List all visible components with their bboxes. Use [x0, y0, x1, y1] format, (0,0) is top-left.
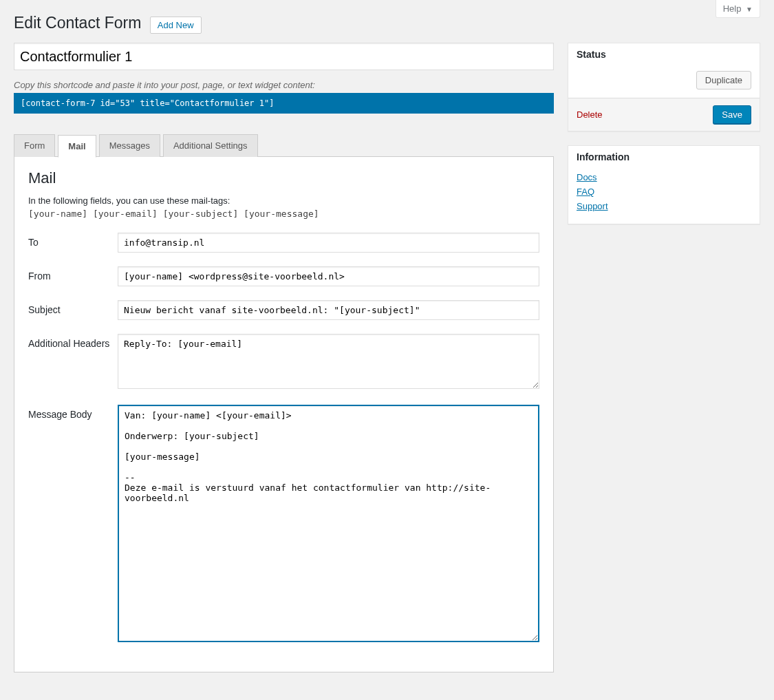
label-to: To: [28, 226, 118, 259]
duplicate-button[interactable]: Duplicate: [696, 71, 751, 89]
tab-form[interactable]: Form: [14, 134, 55, 157]
help-tab[interactable]: Help ▼: [716, 0, 760, 18]
tab-mail[interactable]: Mail: [58, 135, 96, 158]
page-title: Edit Contact Form: [14, 14, 141, 32]
help-label: Help: [723, 3, 742, 14]
link-faq[interactable]: FAQ: [577, 187, 751, 197]
mail-from-input[interactable]: [118, 266, 539, 286]
label-subject: Subject: [28, 293, 118, 327]
link-docs[interactable]: Docs: [577, 172, 751, 182]
form-title-input[interactable]: [14, 43, 554, 70]
mail-body-textarea[interactable]: Van: [your-name] <[your-email]> Onderwer…: [118, 405, 539, 642]
label-from: From: [28, 259, 118, 293]
link-support[interactable]: Support: [577, 201, 751, 211]
mail-panel: Mail In the following fields, you can us…: [14, 156, 554, 672]
mail-to-input[interactable]: [118, 233, 539, 253]
add-new-button[interactable]: Add New: [150, 17, 202, 34]
information-heading: Information: [568, 146, 760, 168]
mail-headers-textarea[interactable]: Reply-To: [your-email]: [118, 334, 539, 389]
label-body: Message Body: [28, 398, 118, 651]
status-heading: Status: [568, 43, 760, 65]
delete-link[interactable]: Delete: [577, 109, 603, 120]
mail-tags: [your-name] [your-email] [your-subject] …: [28, 209, 539, 219]
tab-messages[interactable]: Messages: [99, 134, 160, 157]
mail-intro: In the following fields, you can use the…: [28, 195, 539, 206]
information-box: Information Docs FAQ Support: [568, 145, 760, 224]
chevron-down-icon: ▼: [746, 6, 753, 13]
shortcode-hint: Copy this shortcode and paste it into yo…: [14, 80, 554, 90]
tab-list: Form Mail Messages Additional Settings: [14, 134, 554, 157]
mail-section-title: Mail: [28, 169, 539, 187]
mail-subject-input[interactable]: [118, 300, 539, 320]
status-box: Status Duplicate Delete Save: [568, 43, 760, 131]
label-headers: Additional Headers: [28, 327, 118, 398]
tab-additional-settings[interactable]: Additional Settings: [163, 134, 258, 157]
shortcode-display[interactable]: [contact-form-7 id="53" title="Contactfo…: [14, 93, 554, 114]
save-button[interactable]: Save: [713, 105, 751, 124]
